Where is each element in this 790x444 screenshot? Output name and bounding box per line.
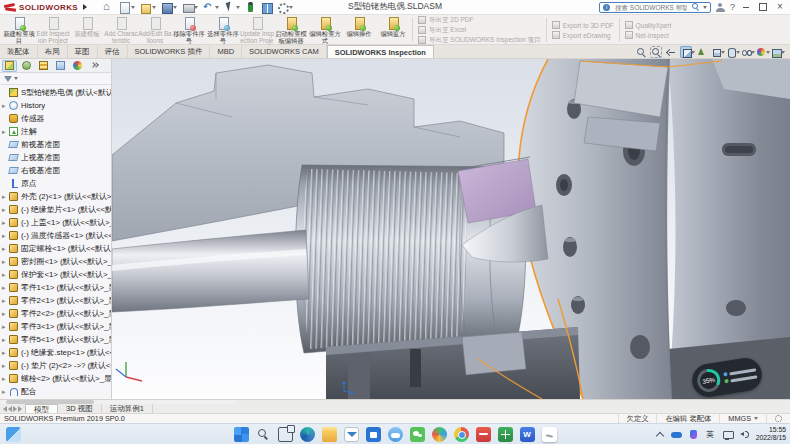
panel-tab-displaymanager-tab[interactable]	[70, 60, 85, 72]
quick-access-open[interactable]	[140, 2, 156, 13]
filter-icon[interactable]	[4, 76, 12, 82]
expand-arrow-icon[interactable]	[2, 372, 9, 385]
tree-item[interactable]: (-) 绝缘垫片<1> (默认<<默认>_显	[0, 203, 111, 216]
ribbon-button-edit-inspection-project[interactable]: Edit Inspection Project	[36, 16, 70, 44]
expand-arrow-icon[interactable]	[2, 359, 9, 372]
help-button[interactable]: ?	[730, 2, 735, 12]
panel-tab-configurationmanager-tab[interactable]	[36, 60, 51, 72]
panel-tab-dimxpertmanager-tab[interactable]	[53, 60, 68, 72]
taskbar-mail[interactable]	[344, 427, 359, 442]
taskbar-clock[interactable]: 15:55 2022/8/15	[756, 426, 786, 443]
tray-onedrive[interactable]	[671, 429, 682, 440]
tree-item[interactable]: S型铂铑热电偶 (默认<默认_显示状态-1	[0, 86, 111, 99]
dropdown-caret-icon[interactable]	[781, 51, 785, 54]
status-options[interactable]	[766, 414, 790, 423]
command-tab-mbd[interactable]: MBD	[210, 45, 242, 58]
tree-item[interactable]: 传感器	[0, 112, 111, 125]
dropdown-caret-icon[interactable]	[289, 6, 293, 9]
units-selector[interactable]: MMGS	[719, 414, 766, 423]
taskbar-word[interactable]: W	[520, 427, 535, 442]
tree-item[interactable]: 零件3<1> (默认<<默认>_显示状态	[0, 320, 111, 333]
taskbar-sheets[interactable]	[498, 427, 513, 442]
expand-arrow-icon[interactable]	[2, 346, 9, 359]
ribbon-button-add-edit-balloons[interactable]: Add/Edit Balloons	[138, 16, 172, 44]
expand-arrow-icon[interactable]	[2, 255, 9, 268]
quick-access-options[interactable]	[277, 2, 293, 13]
expand-arrow-icon[interactable]	[2, 125, 9, 138]
expand-arrow-icon[interactable]	[2, 320, 9, 333]
quick-access-home[interactable]	[103, 2, 114, 13]
tree-item[interactable]: 零件5<1> (默认<<默认>_显示状态	[0, 333, 111, 346]
headsup-apply-scene[interactable]	[770, 46, 782, 58]
taskbar-wechat[interactable]	[410, 427, 425, 442]
expand-arrow-icon[interactable]	[2, 242, 9, 255]
export-item-export-2d-pdf[interactable]: 导出至 2D PDF	[418, 16, 541, 25]
quick-access-undo[interactable]	[203, 2, 219, 13]
dropdown-caret-icon[interactable]	[152, 6, 156, 9]
taskbar-dictionary[interactable]	[476, 427, 491, 442]
ribbon-button-new-inspection-project[interactable]: 新建检查项目 (amp;M)	[2, 16, 36, 44]
help-search-box[interactable]: i	[599, 2, 711, 13]
headsup-zoom-to-area[interactable]	[650, 46, 662, 58]
ribbon-button-edit-method[interactable]: 编辑监方	[376, 16, 410, 44]
model-canvas[interactable]	[112, 59, 790, 399]
minimize-button[interactable]	[740, 2, 752, 13]
taskbar-chrome[interactable]	[454, 427, 469, 442]
ribbon-button-add-characteristic[interactable]: Add Characteristic	[104, 16, 138, 44]
taskbar-task-view[interactable]	[278, 427, 293, 442]
quick-access-print[interactable]	[182, 2, 198, 13]
headsup-zoom-to-fit[interactable]	[635, 46, 647, 58]
tray-chevron-up[interactable]	[654, 429, 665, 440]
expand-arrow-icon[interactable]	[2, 99, 9, 112]
tree-item[interactable]: History	[0, 99, 111, 112]
tree-item[interactable]: 配合	[0, 385, 111, 398]
tree-item[interactable]: 固定螺栓<1> (默认<<默认>_显示	[0, 242, 111, 255]
quick-access-save[interactable]	[161, 2, 177, 13]
tree-item[interactable]: (-) 上盖<1> (默认<<默认>_显示状	[0, 216, 111, 229]
command-tab-inspection[interactable]: SOLIDWORKS Inspection	[327, 45, 434, 58]
dropdown-caret-icon[interactable]	[215, 6, 219, 9]
tray-monitor[interactable]	[722, 429, 733, 440]
headsup-view-orientation[interactable]	[710, 46, 722, 58]
tray-defender[interactable]	[688, 429, 699, 440]
expand-arrow-icon[interactable]	[2, 294, 9, 307]
panel-tab-featuremanager-tab[interactable]	[2, 60, 17, 72]
ribbon-button-update-inspection-project[interactable]: Update Inspection Project	[240, 16, 274, 44]
headsup-dynamic-annotation[interactable]	[695, 46, 707, 58]
tree-item[interactable]: 螺栓<2> (默认<<默认>_显示状态	[0, 372, 111, 385]
tree-item[interactable]: 注解	[0, 125, 111, 138]
expand-arrow-icon[interactable]	[2, 385, 9, 398]
command-tab-layout[interactable]: 布局	[38, 45, 68, 58]
menu-flyout-arrow-icon[interactable]	[83, 4, 87, 10]
tree-item[interactable]: 上视基准面	[0, 151, 111, 164]
headsup-previous-view[interactable]	[665, 46, 677, 58]
expand-arrow-icon[interactable]	[2, 281, 9, 294]
tree-item[interactable]: (-) 温度传感器<1> (默认<<默认>_	[0, 229, 111, 242]
tree-item[interactable]: 原点	[0, 177, 111, 190]
taskbar-file-explorer[interactable]	[322, 427, 337, 442]
taskbar-solidworks[interactable]	[542, 427, 557, 442]
headsup-edit-appearance[interactable]	[755, 46, 767, 58]
expand-arrow-icon[interactable]	[2, 229, 9, 242]
expand-arrow-icon[interactable]	[2, 333, 9, 346]
close-button[interactable]: ×	[774, 2, 786, 13]
quick-access-select[interactable]	[224, 2, 240, 13]
headsup-display-style[interactable]	[725, 46, 737, 58]
command-tab-addins[interactable]: SOLIDWORKS 插件	[128, 45, 211, 58]
command-tab-assembly[interactable]: 装配体	[0, 45, 38, 58]
search-input[interactable]	[613, 3, 689, 12]
tree-item[interactable]: 右视基准面	[0, 164, 111, 177]
expand-arrow-icon[interactable]	[2, 268, 9, 281]
graphics-viewport[interactable]: 35%	[112, 59, 790, 399]
tree-item[interactable]: (-) 绝缘套.step<1> (默认<<默认>	[0, 346, 111, 359]
dropdown-caret-icon[interactable]	[131, 6, 135, 9]
export-item-net-inspect[interactable]: Net-Inspect	[625, 31, 672, 40]
export-item-export-sw-inspection[interactable]: 导出至 SOLIDWORKS Inspection 项目	[418, 36, 541, 45]
tree-item[interactable]: 保护套<1> (默认<<默认>_显示状	[0, 268, 111, 281]
ribbon-button-edit-inspection-method[interactable]: 编辑检查方式	[308, 16, 342, 44]
tree-item[interactable]: (-) 垫片 (2)<2> ->? (默认<<默认>	[0, 359, 111, 372]
command-tab-evaluate[interactable]: 评估	[98, 45, 128, 58]
ribbon-button-new-template[interactable]: 新建模板	[70, 16, 104, 44]
command-tab-sketch[interactable]: 草图	[68, 45, 98, 58]
tree-item[interactable]: 密封圈<1> (默认<<默认>_显示状	[0, 255, 111, 268]
